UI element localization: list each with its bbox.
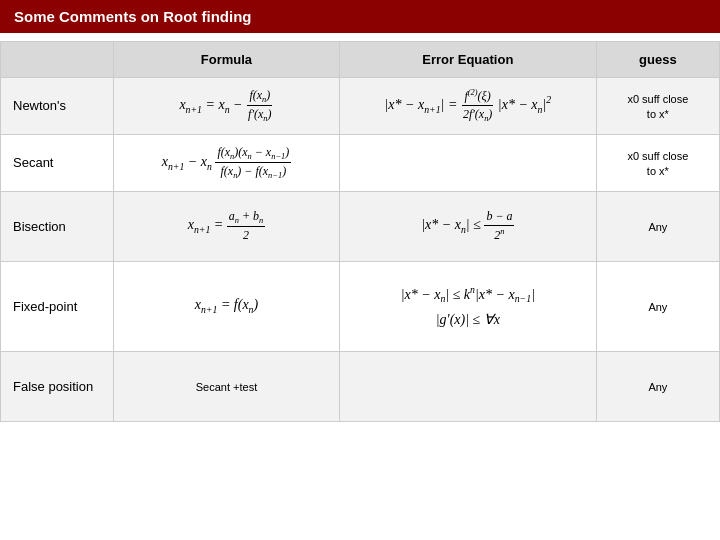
col-formula: Formula	[113, 42, 339, 78]
table-row: Secant xn+1 − xn f(xn)(xn − xn−1) f(xn) …	[1, 134, 720, 191]
table-row: Fixed-point xn+1 = f(xn) |x* − xn| ≤ kn|…	[1, 261, 720, 351]
error-cell: |x* − xn+1| = f(2)(ξ) 2f′(xn) |x* − xn|2	[339, 78, 596, 135]
method-name: Bisection	[1, 191, 114, 261]
guess-cell: Any	[596, 191, 719, 261]
table-row: False position Secant +test Any	[1, 351, 720, 421]
guess-cell: x0 suff closeto x*	[596, 78, 719, 135]
col-method	[1, 42, 114, 78]
error-cell: |x* − xn| ≤ kn|x* − xn−1| |g′(x)| ≤ ∀x	[339, 261, 596, 351]
error-cell	[339, 134, 596, 191]
guess-cell: x0 suff closeto x*	[596, 134, 719, 191]
page-header: Some Comments on Root finding	[0, 0, 720, 33]
formula-cell: xn+1 = f(xn)	[113, 261, 339, 351]
error-cell: |x* − xn| ≤ b − a 2n	[339, 191, 596, 261]
error-cell	[339, 351, 596, 421]
col-guess: guess	[596, 42, 719, 78]
formula-cell: Secant +test	[113, 351, 339, 421]
method-name: Newton's	[1, 78, 114, 135]
formula-cell: xn+1 = xn − f(xn) f′(xn)	[113, 78, 339, 135]
method-name: Secant	[1, 134, 114, 191]
col-error: Error Equation	[339, 42, 596, 78]
method-name: Fixed-point	[1, 261, 114, 351]
method-name: False position	[1, 351, 114, 421]
guess-cell: Any	[596, 261, 719, 351]
guess-cell: Any	[596, 351, 719, 421]
root-finding-table: Formula Error Equation guess Newton's xn…	[0, 41, 720, 422]
table-row: Newton's xn+1 = xn − f(xn) f′(xn) |x* − …	[1, 78, 720, 135]
table-row: Bisection xn+1 = an + bn 2 |x* − xn| ≤ b…	[1, 191, 720, 261]
header-title: Some Comments on Root finding	[14, 8, 252, 25]
formula-cell: xn+1 − xn f(xn)(xn − xn−1) f(xn) − f(xn−…	[113, 134, 339, 191]
formula-cell: xn+1 = an + bn 2	[113, 191, 339, 261]
